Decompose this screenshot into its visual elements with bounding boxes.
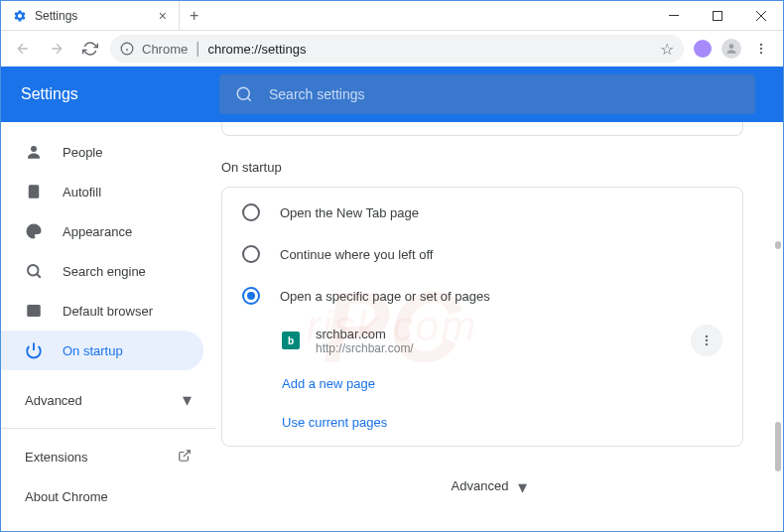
sidebar-advanced-toggle[interactable]: Advanced ▾ <box>1 380 215 420</box>
scrollbar[interactable] <box>775 422 781 471</box>
search-settings-box[interactable] <box>219 74 755 114</box>
sidebar-item-appearance[interactable]: Appearance <box>1 211 215 251</box>
page-title: Settings <box>21 85 199 103</box>
previous-card-edge <box>221 122 743 136</box>
svg-point-6 <box>760 44 762 46</box>
section-title: On startup <box>221 160 763 175</box>
sidebar-item-extensions[interactable]: Extensions <box>1 437 215 476</box>
radio-label: Continue where you left off <box>280 247 433 262</box>
external-link-icon <box>178 449 192 466</box>
sidebar-item-label: People <box>63 145 102 160</box>
address-path: chrome://settings <box>207 42 306 57</box>
sidebar-item-search-engine[interactable]: Search engine <box>1 251 215 291</box>
titlebar: Settings × + <box>1 1 783 31</box>
use-current-pages-link[interactable]: Use current pages <box>222 403 742 442</box>
sidebar-item-autofill[interactable]: Autofill <box>1 172 215 211</box>
svg-rect-0 <box>669 15 679 16</box>
advanced-expand-button[interactable]: Advanced <box>215 447 763 528</box>
more-vertical-icon <box>700 333 714 347</box>
sidebar-item-about[interactable]: About Chrome <box>1 476 215 516</box>
power-icon <box>25 341 43 359</box>
sidebar-item-label: On startup <box>63 343 123 358</box>
bookmark-star-icon[interactable]: ☆ <box>660 40 674 59</box>
svg-point-18 <box>706 343 708 345</box>
chevron-down-icon: ▾ <box>183 389 192 411</box>
radio-continue[interactable]: Continue where you left off <box>222 233 742 275</box>
clipboard-icon <box>25 183 43 200</box>
svg-rect-15 <box>27 305 41 317</box>
page-url: http://srchbar.com/ <box>316 341 675 355</box>
sidebar-item-label: Search engine <box>63 264 146 279</box>
svg-rect-1 <box>714 11 722 20</box>
add-page-link[interactable]: Add a new page <box>222 364 742 403</box>
svg-point-17 <box>706 339 708 341</box>
menu-button[interactable] <box>747 35 775 63</box>
page-name: srchbar.com <box>316 327 675 341</box>
sidebar: People Autofill Appearance Search engine… <box>1 122 215 531</box>
svg-point-7 <box>760 48 762 50</box>
address-bar[interactable]: Chrome | chrome://settings ☆ <box>110 35 684 63</box>
palette-icon <box>25 222 43 240</box>
back-button[interactable] <box>9 35 37 63</box>
content-area: On startup Open the New Tab page Continu… <box>215 122 783 531</box>
sidebar-item-on-startup[interactable]: On startup <box>1 331 203 370</box>
svg-point-5 <box>729 44 734 49</box>
radio-open-new-tab[interactable]: Open the New Tab page <box>222 192 742 233</box>
gear-icon <box>13 9 27 23</box>
startup-page-entry: b srchbar.com http://srchbar.com/ <box>222 317 742 364</box>
extension-icon[interactable] <box>694 40 712 58</box>
close-window-button[interactable] <box>739 1 783 31</box>
svg-point-9 <box>237 87 249 99</box>
toolbar: Chrome | chrome://settings ☆ <box>1 31 783 66</box>
tab-title: Settings <box>35 9 151 23</box>
radio-icon <box>242 203 260 221</box>
sidebar-item-label: About Chrome <box>25 489 108 504</box>
sidebar-item-people[interactable]: People <box>1 132 215 172</box>
more-actions-button[interactable] <box>691 325 722 356</box>
radio-label: Open the New Tab page <box>280 205 419 220</box>
person-icon <box>25 143 43 161</box>
forward-button[interactable] <box>43 35 70 63</box>
sidebar-item-label: Default browser <box>63 304 153 319</box>
sidebar-item-label: Extensions <box>25 450 88 465</box>
close-tab-icon[interactable]: × <box>159 8 167 24</box>
favicon-icon: b <box>282 332 300 349</box>
startup-card: Open the New Tab page Continue where you… <box>221 187 743 447</box>
sidebar-item-default-browser[interactable]: Default browser <box>1 291 215 331</box>
search-icon <box>235 85 253 103</box>
settings-header: Settings <box>1 66 783 122</box>
radio-label: Open a specific page or set of pages <box>280 289 490 304</box>
minimize-button[interactable] <box>652 1 696 31</box>
browser-tab[interactable]: Settings × <box>1 1 180 31</box>
svg-line-10 <box>247 97 250 100</box>
address-origin: Chrome <box>142 42 188 57</box>
browser-icon <box>25 302 43 320</box>
maximize-button[interactable] <box>696 1 739 31</box>
sidebar-item-label: Advanced <box>25 393 82 408</box>
svg-point-13 <box>28 265 39 276</box>
svg-point-11 <box>31 146 37 152</box>
search-input[interactable] <box>269 86 739 102</box>
sidebar-item-label: Autofill <box>63 185 101 200</box>
new-tab-button[interactable]: + <box>180 7 208 25</box>
svg-point-16 <box>706 335 708 337</box>
sidebar-item-label: Appearance <box>63 224 132 239</box>
svg-point-8 <box>760 52 762 54</box>
profile-avatar[interactable] <box>721 39 741 59</box>
radio-icon <box>242 287 260 305</box>
search-icon <box>25 262 43 280</box>
svg-rect-12 <box>29 185 40 199</box>
reload-button[interactable] <box>76 35 104 63</box>
radio-icon <box>242 245 260 263</box>
scrollbar[interactable] <box>775 241 781 249</box>
info-icon <box>120 42 134 56</box>
radio-specific-page[interactable]: Open a specific page or set of pages <box>222 275 742 317</box>
svg-line-14 <box>37 274 41 278</box>
